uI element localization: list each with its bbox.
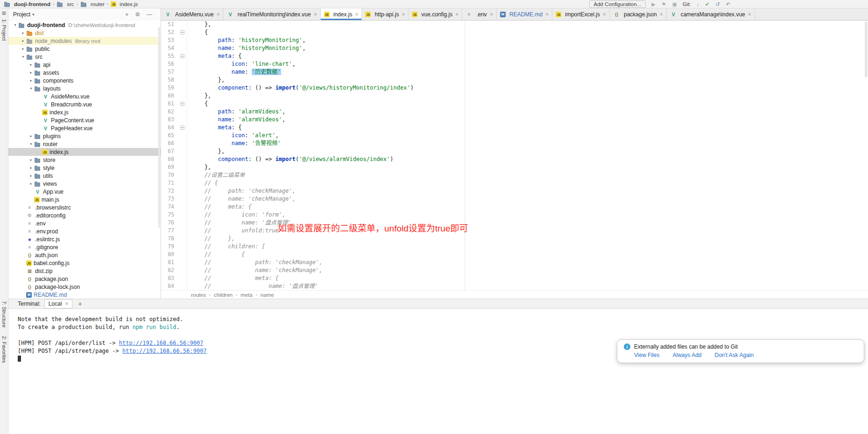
terminal-output[interactable]: Note that the development build is not o… [8, 309, 868, 434]
close-icon[interactable]: × [660, 11, 663, 18]
tree-item[interactable]: ▦dist.zip [8, 267, 161, 275]
chevron-right-icon[interactable]: ▸ [28, 182, 34, 186]
hide-panel-icon[interactable]: — [147, 11, 152, 18]
tree-item[interactable]: JSindex.js [8, 148, 161, 156]
breadcrumb-item[interactable]: children [214, 292, 233, 298]
close-icon[interactable]: × [545, 11, 549, 18]
tree-item[interactable]: ≡.gitignore [8, 243, 161, 251]
fold-marker[interactable] [180, 102, 184, 106]
chevron-right-icon[interactable]: ▸ [28, 63, 34, 67]
editor-tab[interactable]: VcameraManage\index.vue× [667, 8, 755, 20]
chevron-right-icon[interactable]: ▸ [20, 47, 26, 51]
tree-item[interactable]: ▸style [8, 164, 161, 172]
tree-item[interactable]: ▸components [8, 77, 161, 84]
editor[interactable]: 51 },52 {53 path: 'historyMonitoring',54… [161, 21, 868, 290]
tree-item[interactable]: ≡.browserslistrc [8, 203, 161, 211]
chevron-right-icon[interactable]: ▸ [20, 39, 26, 43]
fold-marker[interactable] [180, 30, 184, 35]
terminal-tab-local[interactable]: Local × [44, 299, 73, 308]
breadcrumb-item[interactable]: routes [191, 292, 206, 298]
editor-tab[interactable]: VAsideMenu.vue× [161, 8, 224, 20]
tree-item[interactable]: ≡.env [8, 219, 161, 227]
chevron-down-icon[interactable]: ▾ [12, 23, 18, 27]
editor-tab[interactable]: MREADME.md× [497, 8, 552, 20]
stripe-item-project[interactable]: 1: Project [1, 19, 7, 41]
history-icon[interactable]: ↺ [716, 1, 720, 7]
coverage-icon[interactable]: ▣ [672, 1, 677, 7]
tree-item[interactable]: VAsideMenu.vue [8, 92, 161, 100]
fold-marker[interactable] [180, 54, 184, 58]
project-panel-title[interactable]: Project [13, 11, 30, 18]
tree-item[interactable]: ◆.eslintrc.js [8, 235, 161, 243]
stripe-item-structure[interactable]: 7: Structure [1, 301, 7, 328]
tree-item[interactable]: VPageContent.vue [8, 116, 161, 124]
tree-item[interactable]: ≡.env.prod [8, 227, 161, 235]
debug-icon[interactable]: ⚑ [662, 1, 666, 7]
chevron-down-icon[interactable]: ▾ [32, 12, 35, 17]
close-icon[interactable]: × [355, 11, 358, 18]
editor-tab[interactable]: JSindex.js× [321, 8, 362, 20]
chevron-right-icon[interactable]: ▸ [28, 78, 34, 83]
tree-item[interactable]: ▾src [8, 53, 161, 61]
tree-item[interactable]: ▾router [8, 140, 161, 148]
tree-item[interactable]: ▾layouts [8, 84, 161, 92]
close-icon[interactable]: × [402, 11, 405, 18]
chevron-down-icon[interactable]: ▾ [20, 55, 26, 59]
tree-item[interactable]: ▸assets [8, 69, 161, 77]
breadcrumb-item[interactable]: duoji-frontend [4, 1, 50, 7]
chevron-right-icon[interactable]: ▸ [28, 70, 34, 75]
close-icon[interactable]: × [748, 11, 751, 18]
notification-action[interactable]: Always Add [672, 352, 701, 358]
tree-item[interactable]: ▸utils [8, 172, 161, 180]
tree-item[interactable]: {}package.json [8, 275, 161, 283]
close-icon[interactable]: × [314, 11, 317, 18]
tool-window-switcher-icon[interactable]: ▦ [2, 10, 6, 15]
tree-item[interactable]: ⚙.editorconfig [8, 211, 161, 219]
editor-tab[interactable]: JSvue.config.js× [409, 8, 462, 20]
terminal-link[interactable]: http://192.168.66.56:9007 [122, 348, 207, 354]
breadcrumb-item[interactable]: meta [240, 292, 253, 298]
tree-item[interactable]: ▸views [8, 180, 161, 188]
chevron-right-icon[interactable]: ▸ [28, 134, 34, 138]
tree-item[interactable]: ▾duoji-frontendD:\zheheWeb\duoji-fronten… [8, 21, 161, 29]
chevron-down-icon[interactable]: ▾ [28, 142, 34, 146]
scrollbar[interactable] [865, 21, 868, 77]
editor-tab[interactable]: VrealTimeMonitoring\index.vue× [224, 8, 321, 20]
editor-tab[interactable]: {}package.json× [610, 8, 667, 20]
gear-icon[interactable]: ⚙ [135, 11, 140, 18]
tree-item[interactable]: {}package-lock.json [8, 283, 161, 291]
close-icon[interactable]: × [490, 11, 493, 18]
new-terminal-icon[interactable]: + [78, 300, 82, 308]
tree-item[interactable]: ▸node_moduleslibrary root [8, 37, 161, 45]
fold-marker[interactable] [180, 126, 184, 130]
terminal-link[interactable]: http://192.168.66.56:9007 [119, 340, 204, 346]
locate-file-icon[interactable]: ⌖ [125, 11, 128, 18]
tree-item[interactable]: ▸api [8, 61, 161, 69]
tree-item[interactable]: VApp.vue [8, 188, 161, 196]
run-icon[interactable]: ▶ [651, 1, 655, 7]
chevron-down-icon[interactable]: ▾ [28, 86, 34, 91]
tree-item[interactable]: {}auth.json [8, 251, 161, 259]
close-icon[interactable]: × [455, 11, 459, 18]
breadcrumb-item[interactable]: JSindex.js [111, 1, 138, 7]
tree-item[interactable]: MREADME.md [8, 291, 161, 299]
chevron-right-icon[interactable]: ▸ [28, 158, 34, 162]
breadcrumb-item[interactable]: src [56, 1, 74, 7]
breadcrumb-item[interactable]: name [261, 292, 274, 298]
tree-item[interactable]: ▸store [8, 156, 161, 164]
notification-action[interactable]: View Files [634, 352, 659, 358]
editor-tab[interactable]: JSimportExcel.js× [552, 8, 610, 20]
add-configuration-button[interactable]: Add Configuration... [589, 0, 646, 8]
tree-item[interactable]: JSmain.js [8, 196, 161, 203]
close-icon[interactable]: × [65, 301, 68, 307]
editor-tab[interactable]: ≡.env× [462, 8, 497, 20]
editor-tab[interactable]: JShttp-api.js× [362, 8, 409, 20]
tree-item[interactable]: ▸public [8, 45, 161, 53]
tree-item[interactable]: JSbabel.config.js [8, 259, 161, 267]
breadcrumb-item[interactable]: router [80, 1, 105, 7]
tree-item[interactable]: ▸dist [8, 29, 161, 37]
stripe-item-favorites[interactable]: 2: Favorites [1, 336, 7, 363]
update-icon[interactable]: ↓ [697, 1, 699, 7]
close-icon[interactable]: × [603, 11, 606, 18]
notification-action[interactable]: Don't Ask Again [715, 352, 754, 358]
